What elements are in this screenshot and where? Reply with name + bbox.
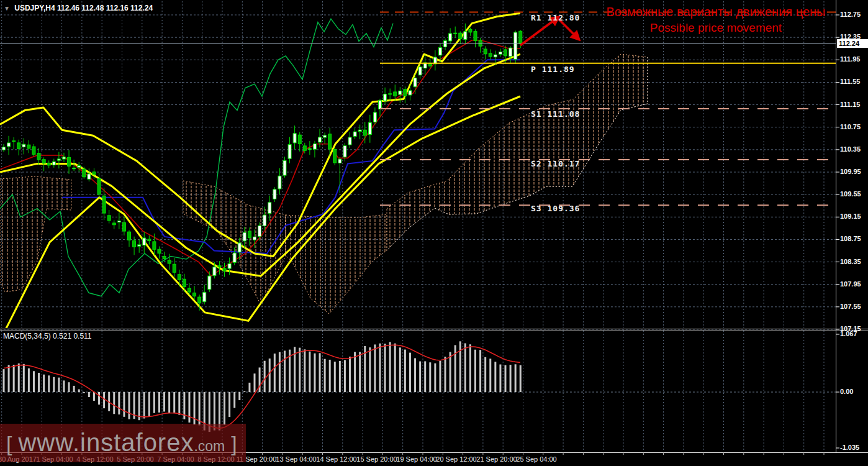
price-tick-label: 107.95: [840, 280, 861, 288]
analyst-annotation: Возможные варианты движения цены Possibl…: [582, 4, 849, 36]
chart-canvas[interactable]: [0, 0, 868, 466]
price-tick-label: 108.35: [840, 258, 861, 265]
price-tick-label: 111.55: [840, 78, 860, 85]
pivot-label: P 111.89: [531, 65, 575, 74]
chart-title: ▼ USDJPY,H4 112.46 112.48 112.16 112.24: [4, 4, 153, 12]
price-tick-label: 112.35: [840, 33, 861, 40]
annotation-line-en: Possible price movement: [582, 20, 849, 36]
price-tick-label: 108.75: [840, 235, 861, 242]
date-tick-label: 7 Sep 04:00: [157, 455, 194, 463]
pivot-label: R1 112.80: [531, 13, 580, 22]
price-tick-label: 109.15: [840, 212, 861, 220]
price-tick-label: 111.15: [840, 101, 860, 108]
annotation-line-ru: Возможные варианты движения цены: [582, 4, 849, 20]
chart-title-text: USDJPY,H4 112.46 112.48 112.16 112.24: [14, 4, 153, 12]
date-tick-label: 30 Aug 2017: [0, 455, 37, 463]
macd-tick-label: -1.035: [840, 444, 859, 451]
mt4-chart-window: ▼ USDJPY,H4 112.46 112.48 112.16 112.24 …: [0, 0, 868, 466]
macd-tick-label: 0.00: [840, 388, 853, 395]
pivot-label: S1 111.08: [531, 109, 580, 119]
date-tick-label: 4 Sep 12:00: [76, 455, 113, 463]
price-tick-label: 110.75: [840, 123, 861, 130]
price-tick-label: 109.55: [840, 190, 861, 198]
pivot-label: S3 109.36: [531, 204, 580, 213]
date-tick-label: 1 Sep 04:00: [36, 455, 73, 463]
macd-indicator-label: MACD(5,34,5) 0.521 0.511: [3, 332, 92, 340]
date-tick-label: 25 Sep 04:00: [516, 455, 556, 463]
collapse-triangle-icon[interactable]: ▼: [4, 5, 10, 12]
price-tick-label: 112.75: [840, 11, 861, 18]
date-tick-label: 13 Sep 04:00: [276, 455, 316, 463]
date-tick-label: 14 Sep 12:00: [316, 455, 356, 463]
date-tick-label: 21 Sep 20:00: [476, 455, 517, 463]
date-tick-label: 19 Sep 04:00: [396, 455, 436, 463]
pivot-lines: [380, 12, 836, 205]
price-tick-label: 109.95: [840, 168, 861, 175]
date-tick-label: 5 Sep 20:00: [117, 455, 153, 463]
pivot-label: S2 110.17: [531, 159, 580, 168]
price-tick-label: 111.95: [840, 55, 860, 63]
date-tick-label: 15 Sep 20:00: [356, 455, 397, 463]
date-tick-label: 8 Sep 12:00: [197, 455, 234, 463]
date-tick-label: 11 Sep 20:00: [237, 455, 277, 463]
date-tick-label: 20 Sep 12:00: [436, 455, 476, 463]
macd-tick-label: 1.067: [840, 330, 857, 337]
price-tick-label: 107.55: [840, 303, 861, 310]
price-tick-label: 110.35: [840, 145, 861, 153]
